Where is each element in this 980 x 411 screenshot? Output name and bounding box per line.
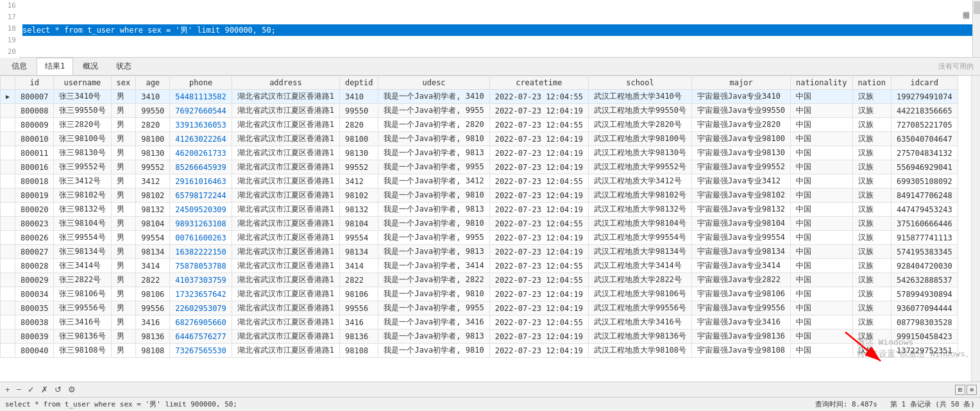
table-cell: 湖北省武汉市江夏区香港路1 <box>232 146 339 160</box>
table-cell: 3412 <box>340 174 378 189</box>
col-school[interactable]: school <box>588 76 691 90</box>
table-row[interactable]: 800029张三2822号男282241037303759湖北省武汉市江夏区香港… <box>1 273 958 287</box>
table-cell: 我是一个Java初学者, 9955 <box>378 301 489 315</box>
table-cell: 76927660544 <box>170 104 232 118</box>
table-row[interactable]: 800034张三98106号男9810617323657642湖北省武汉市江夏区… <box>1 287 958 301</box>
table-cell: 武汉工程地质大学3416号 <box>588 315 691 330</box>
settings-button[interactable]: ⚙ <box>66 384 78 395</box>
refresh-button[interactable]: ↺ <box>53 384 63 395</box>
table-row[interactable]: ▶800007张三3410号男341054481113582湖北省武汉市江夏区香… <box>1 90 958 104</box>
tab-status[interactable]: 状态 <box>108 58 140 75</box>
col-createtime[interactable]: createtime <box>489 76 588 90</box>
row-indicator <box>1 118 15 132</box>
sql-editor[interactable]: 16 17 18 19 20 21 select * from t_user w… <box>0 0 980 58</box>
table-cell: 98136 <box>136 330 170 344</box>
table-cell: 汉族 <box>852 273 891 287</box>
col-sex[interactable]: sex <box>111 76 136 90</box>
table-row[interactable]: 800009张三2820号男282033913636053湖北省武汉市江夏区香港… <box>1 118 958 132</box>
table-cell: 张三98136号 <box>54 330 111 344</box>
table-cell: 汉族 <box>852 315 891 330</box>
table-cell: 800040 <box>15 344 54 358</box>
table-cell: 46200261733 <box>170 146 232 160</box>
table-cell: 汉族 <box>852 245 891 259</box>
table-row[interactable]: 800038张三3416号男341668276905660湖北省武汉市江夏区香港… <box>1 315 958 330</box>
col-age[interactable]: age <box>136 76 170 90</box>
editor-scrollbar-thumb[interactable] <box>974 1 980 14</box>
col-id[interactable]: id <box>15 76 54 90</box>
table-cell: 我是一个Java初学者, 9810 <box>378 217 489 231</box>
table-cell: 汉族 <box>852 330 891 344</box>
table-cell: 汉族 <box>852 344 891 358</box>
col-idcard[interactable]: idcard <box>891 76 958 90</box>
table-cell: 85266645939 <box>170 160 232 174</box>
col-phone[interactable]: phone <box>170 76 232 90</box>
tab-info[interactable]: 信息 <box>3 58 35 75</box>
col-nation[interactable]: nation <box>852 76 891 90</box>
table-scrollbar[interactable] <box>971 76 980 382</box>
table-row[interactable]: 800016张三99552号男9955285266645939湖北省武汉市江夏区… <box>1 160 958 174</box>
col-address[interactable]: address <box>232 76 339 90</box>
table-row[interactable]: 800039张三98136号男9813664467576277湖北省武汉市江夏区… <box>1 330 958 344</box>
table-row[interactable]: 800026张三99554号男9955400761600263湖北省武汉市江夏区… <box>1 231 958 245</box>
tab-results[interactable]: 结果1 <box>37 58 73 75</box>
table-cell: 中国 <box>791 315 852 330</box>
table-cell: 武汉工程地质大学98130号 <box>588 146 691 160</box>
table-cell: 张三3412号 <box>54 174 111 189</box>
add-row-button[interactable]: + <box>3 384 12 395</box>
table-row[interactable]: 800008张三99550号男9955076927660544湖北省武汉市江夏区… <box>1 104 958 118</box>
table-row[interactable]: 800035张三99556号男9955622602953079湖北省武汉市江夏区… <box>1 301 958 315</box>
confirm-button[interactable]: ✓ <box>26 384 37 395</box>
table-cell: 宇宙最强Java专业3414 <box>692 259 791 273</box>
table-row[interactable]: 800028张三3414号男341475878053788湖北省武汉市江夏区香港… <box>1 259 958 273</box>
table-cell: 800027 <box>15 245 54 259</box>
table-cell: 800018 <box>15 174 54 189</box>
table-cell: 中国 <box>791 287 852 301</box>
table-row[interactable]: 800010张三98100号男9810041263022264湖北省武汉市江夏区… <box>1 132 958 146</box>
col-deptid[interactable]: deptid <box>340 76 378 90</box>
table-cell: 男 <box>111 217 136 231</box>
table-row[interactable]: 800020张三98132号男9813224509520309湖北省武汉市江夏区… <box>1 203 958 217</box>
table-row[interactable]: 800019张三98102号男9810265798172244湖北省武汉市江夏区… <box>1 189 958 203</box>
table-row[interactable]: 800011张三98130号男9813046200261733湖北省武汉市江夏区… <box>1 146 958 160</box>
table-cell: 张三98106号 <box>54 287 111 301</box>
table-cell: 湖北省武汉市江夏区香港路1 <box>232 273 339 287</box>
table-cell: 199279491074 <box>891 90 958 104</box>
table-row[interactable]: 800027张三98134号男9813416382222150湖北省武汉市江夏区… <box>1 245 958 259</box>
table-cell: 武汉工程地质大学3414号 <box>588 259 691 273</box>
grid-view-button[interactable]: ⊞ <box>955 385 965 395</box>
table-cell: 98102 <box>340 189 378 203</box>
code-line-18[interactable]: select * from t_user where sex = '男' lim… <box>22 24 980 36</box>
table-row[interactable]: 800040张三98108号男9810873267565530湖北省武汉市江夏区… <box>1 344 958 358</box>
table-cell: 张三98130号 <box>54 146 111 160</box>
table-cell: 汉族 <box>852 287 891 301</box>
cancel-button[interactable]: ✗ <box>39 384 50 395</box>
col-username[interactable]: username <box>54 76 111 90</box>
table-cell: 800035 <box>15 301 54 315</box>
col-nationality[interactable]: nationality <box>791 76 852 90</box>
table-cell: 宇宙最强Java专业3410 <box>692 90 791 104</box>
table-cell: 2822 <box>340 273 378 287</box>
list-view-button[interactable]: ≡ <box>967 385 977 395</box>
record-count: 第 1 条记录 (共 50 条) <box>890 399 975 409</box>
table-cell: 男 <box>111 330 136 344</box>
col-major[interactable]: major <box>692 76 791 90</box>
table-cell: 800023 <box>15 217 54 231</box>
row-indicator <box>1 287 15 301</box>
table-row[interactable]: 800023张三98104号男9810498931263108湖北省武汉市江夏区… <box>1 217 958 231</box>
table-row[interactable]: 800018张三3412号男341229161016463湖北省武汉市江夏区香港… <box>1 174 958 189</box>
no-data-label: 没有可用的 <box>938 62 974 71</box>
tab-overview[interactable]: 概况 <box>74 58 106 75</box>
col-udesc[interactable]: udesc <box>378 76 489 90</box>
remove-row-button[interactable]: − <box>15 384 24 395</box>
table-cell: 我是一个Java初学者, 9813 <box>378 203 489 217</box>
table-cell: 800034 <box>15 287 54 301</box>
table-cell: 中国 <box>791 273 852 287</box>
table-cell: 2022-07-23 12:04:55 <box>489 217 588 231</box>
row-indicator <box>1 203 15 217</box>
table-cell: 汉族 <box>852 217 891 231</box>
editor-scrollbar[interactable] <box>972 0 980 57</box>
row-indicator <box>1 104 15 118</box>
table-cell: 汉族 <box>852 189 891 203</box>
table-cell: 男 <box>111 118 136 132</box>
table-cell: 999150458423 <box>891 330 958 344</box>
